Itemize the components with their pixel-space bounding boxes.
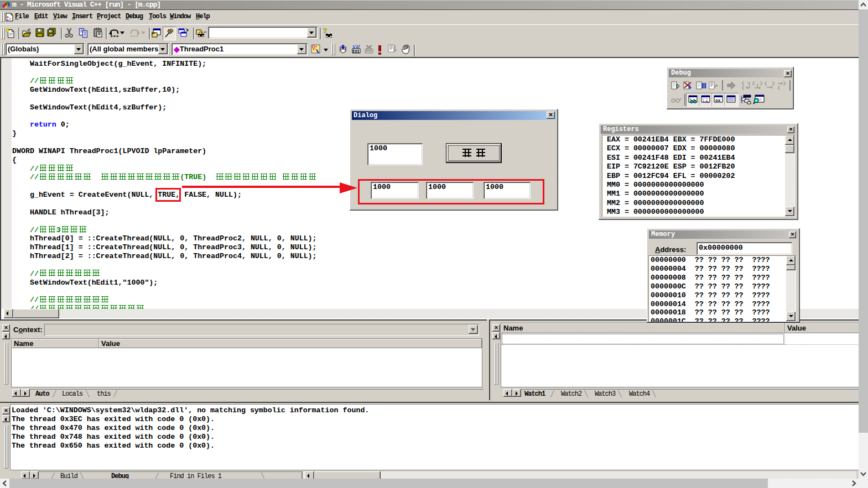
svg-text:ox: ox [715,98,721,103]
